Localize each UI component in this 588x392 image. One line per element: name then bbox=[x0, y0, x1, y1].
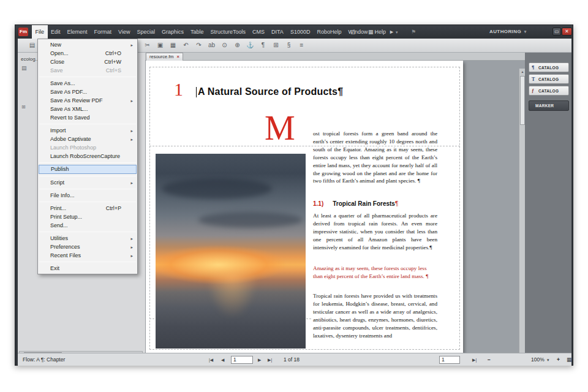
insert-table-icon[interactable]: ⊞ bbox=[271, 39, 281, 52]
character-symbols-icon[interactable]: § bbox=[284, 39, 293, 52]
file-menu-item-revert[interactable]: Revert to Saved bbox=[38, 113, 137, 122]
marker-panel-button[interactable]: MARKER bbox=[529, 100, 569, 111]
function-icon: ƒ bbox=[532, 88, 536, 94]
selection-tool-icon[interactable]: ►▾ bbox=[389, 28, 398, 37]
file-menu-item-open[interactable]: Open...Ctrl+O bbox=[38, 49, 137, 58]
menu-item-label: Close bbox=[50, 59, 64, 65]
zoom-in-button[interactable]: + bbox=[557, 356, 560, 364]
file-menu-item-save-as-xml[interactable]: Save As XML... bbox=[38, 105, 137, 113]
menu-file[interactable]: File bbox=[32, 25, 48, 39]
spell-check-icon[interactable]: ab bbox=[207, 39, 216, 52]
file-menu-item-save-as[interactable]: Save As... bbox=[38, 79, 137, 88]
first-page-button[interactable]: |◀ bbox=[209, 356, 213, 364]
menu-format[interactable]: Format bbox=[91, 25, 115, 39]
sunset-photo[interactable] bbox=[156, 154, 306, 349]
scroll-up-icon[interactable]: ▲ bbox=[519, 69, 525, 75]
menu-structuretools[interactable]: StructureTools bbox=[207, 25, 249, 39]
menu-cms[interactable]: CMS bbox=[249, 25, 268, 39]
aux-page-input[interactable]: 1 bbox=[439, 356, 460, 364]
next-page-button[interactable]: ▶ bbox=[258, 356, 261, 364]
dropdown-caret-icon: ▾ bbox=[524, 29, 527, 34]
drop-cap[interactable]: M bbox=[265, 111, 295, 145]
zoom-dropdown-caret-icon[interactable]: ▾ bbox=[547, 356, 549, 364]
paragraph-catalog-button[interactable]: ¶ CATALOG bbox=[529, 62, 569, 72]
menu-item-label: Print Setup... bbox=[50, 214, 82, 220]
character-catalog-button[interactable]: T CATALOG bbox=[529, 74, 569, 84]
document-page[interactable]: 1 A Natural Source of Products¶ M ost tr… bbox=[146, 61, 463, 353]
file-menu-item-recent-files[interactable]: Recent Files bbox=[38, 251, 137, 260]
aux-next-button[interactable]: ▶| bbox=[472, 356, 477, 364]
vertical-scrollbar[interactable]: ▲ ▼ bbox=[519, 69, 525, 353]
paragraph-marks-icon[interactable]: ¶ bbox=[258, 39, 268, 52]
pull-quote-paragraph[interactable]: Amazing as it may seem, these forests oc… bbox=[313, 265, 437, 281]
tab-close-icon[interactable]: × bbox=[177, 54, 179, 59]
menu-graphics[interactable]: Graphics bbox=[158, 25, 187, 39]
tab-resource-fm[interactable]: resource.fm× bbox=[146, 53, 183, 61]
close-window-button[interactable]: × bbox=[562, 28, 572, 36]
menu-special[interactable]: Special bbox=[134, 25, 159, 39]
file-menu-item-close[interactable]: CloseCtrl+W bbox=[38, 58, 137, 66]
conditional-tags-icon[interactable]: ⚑ bbox=[411, 28, 416, 36]
menu-item-label: Save As Review PDF bbox=[50, 97, 103, 104]
body-paragraph[interactable]: ost tropical forests form a green band a… bbox=[313, 130, 437, 185]
submenu-arrow-icon bbox=[130, 178, 133, 187]
file-menu-item-utilities[interactable]: Utilities bbox=[38, 234, 137, 243]
menu-item-label: Save bbox=[50, 67, 63, 74]
chapter-number[interactable]: 1 bbox=[174, 79, 183, 100]
file-menu-item-send[interactable]: Send... bbox=[38, 221, 137, 230]
paste-icon[interactable]: ▦ bbox=[168, 39, 178, 52]
toolbar-icon-group: ✂ ▣ ▦ ↶ ↷ ab ⊙ ⊕ ⚓ ¶ ⊞ § ≡ bbox=[143, 39, 306, 52]
app-logo-icon[interactable]: Fm bbox=[18, 28, 28, 36]
file-menu-item-publish[interactable]: Publish bbox=[39, 165, 137, 174]
anchored-frame-icon[interactable]: ⚓ bbox=[246, 39, 255, 52]
fit-page-button[interactable]: ▦ bbox=[567, 356, 571, 364]
workspace-grid-icon[interactable]: ▦▾ bbox=[368, 28, 377, 37]
file-menu-item-adobe-captivate[interactable]: Adobe Captivate bbox=[38, 135, 137, 143]
menu-edit[interactable]: Edit bbox=[48, 25, 64, 39]
undo-icon[interactable]: ↶ bbox=[181, 39, 190, 52]
file-menu-item-print-setup[interactable]: Print Setup... bbox=[38, 213, 137, 221]
expand-node-icon[interactable]: ⊞ bbox=[21, 104, 26, 110]
open-file-icon[interactable]: ▤ bbox=[28, 39, 37, 52]
zoom-out-button[interactable]: − bbox=[488, 356, 491, 364]
redo-icon[interactable]: ↷ bbox=[194, 39, 203, 52]
submenu-arrow-icon bbox=[130, 40, 133, 50]
file-menu-item-file-info[interactable]: File Info... bbox=[38, 191, 137, 200]
file-menu-item-save-as-pdf[interactable]: Save As PDF... bbox=[38, 88, 137, 96]
zoom-icon[interactable]: ⊕ bbox=[233, 39, 242, 52]
thumbnails-icon[interactable]: ≡ bbox=[297, 39, 306, 52]
scrollbar-thumb[interactable] bbox=[520, 76, 525, 125]
body-paragraph[interactable]: Tropical rain forests have provided us w… bbox=[313, 292, 437, 339]
file-menu-item-exit[interactable]: Exit bbox=[38, 264, 137, 273]
section-heading[interactable]: 1.1)Tropical Rain Forests¶ bbox=[313, 200, 398, 207]
file-menu-item-new[interactable]: New bbox=[38, 40, 137, 49]
file-menu-item-launch-roboscreencapture[interactable]: Launch RoboScreenCapture bbox=[38, 152, 137, 160]
tab-label: resource.fm bbox=[149, 54, 174, 59]
file-menu-item-save-as-review-pdf[interactable]: Save As Review PDF bbox=[38, 96, 137, 105]
menu-table[interactable]: Table bbox=[187, 25, 207, 39]
copy-icon[interactable]: ▣ bbox=[156, 39, 165, 52]
restore-window-button[interactable]: ▭ bbox=[552, 28, 561, 36]
menu-item-label: New bbox=[50, 42, 61, 48]
page-number-input[interactable]: 1 bbox=[231, 356, 253, 364]
menu-element[interactable]: Element bbox=[64, 25, 91, 39]
document-area: resource.fm× 1 A Natural Source of Produ… bbox=[145, 53, 525, 353]
file-menu-item-import[interactable]: Import bbox=[38, 126, 137, 135]
file-menu-item-print[interactable]: Print...Ctrl+P bbox=[38, 204, 137, 213]
menu-item-label: Publish bbox=[51, 166, 69, 172]
menu-s1000d[interactable]: S1000D bbox=[287, 25, 314, 39]
panels-toggle-icon[interactable]: ▢ bbox=[350, 28, 356, 36]
cut-icon[interactable]: ✂ bbox=[143, 39, 152, 52]
workspace-mode-dropdown[interactable]: AUTHORING ▾ bbox=[489, 25, 527, 39]
find-icon[interactable]: ⊙ bbox=[220, 39, 229, 52]
file-menu-item-preferences[interactable]: Preferences bbox=[38, 243, 137, 251]
chapter-title[interactable]: A Natural Source of Products¶ bbox=[198, 86, 343, 97]
previous-page-button[interactable]: ◀ bbox=[221, 356, 224, 364]
menu-dita[interactable]: DITA bbox=[268, 25, 287, 39]
function-catalog-button[interactable]: ƒ CATALOG bbox=[529, 86, 569, 96]
document-tree-icon[interactable]: ▤ bbox=[21, 65, 27, 71]
menu-view[interactable]: View bbox=[115, 25, 134, 39]
body-paragraph[interactable]: At least a quarter of all pharmaceutical… bbox=[313, 212, 437, 252]
last-page-button[interactable]: ▶| bbox=[268, 356, 272, 364]
file-menu-item-script[interactable]: Script bbox=[38, 178, 137, 187]
